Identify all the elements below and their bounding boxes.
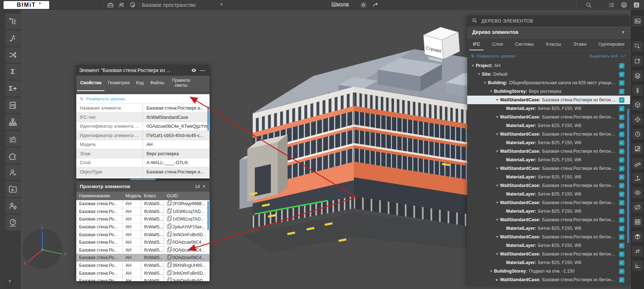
export-folder-icon[interactable] [5, 181, 20, 197]
table-row[interactable]: Базовая стена:Ро... AH IfcWallS... 0OAdz… [76, 247, 210, 254]
table-row[interactable]: Базовая стена:Ро... AH IfcWallS... 1rEW6… [76, 208, 210, 216]
select-all-link[interactable]: Выделить всё [590, 54, 618, 58]
visibility-eye-icon[interactable] [190, 67, 198, 74]
move-axes-icon[interactable] [632, 173, 643, 183]
tree-node[interactable]: MaterialLayer: Бетон B25, F150, W6 ✓ [467, 241, 630, 250]
cube-view-icon[interactable] [632, 100, 643, 110]
tree-tab[interactable]: Слои [490, 38, 505, 50]
tree-node-checkbox[interactable]: ✓ [619, 269, 624, 274]
tree-expand-arrow[interactable]: ▼ [494, 98, 500, 102]
share-icon[interactable] [371, 1, 380, 9]
solid-box-icon[interactable] [632, 231, 643, 242]
tree-node-checkbox[interactable]: ✓ [619, 80, 624, 86]
tree-node-checkbox[interactable]: ✓ [619, 200, 624, 206]
tree-node[interactable]: ▼ WallStandardCase: Базовая стена:Ростве… [467, 130, 630, 138]
tree-node-checkbox[interactable]: ✓ [619, 89, 624, 94]
focus-target-icon[interactable] [632, 114, 643, 125]
sum-icon[interactable]: Σ [5, 64, 20, 80]
account-icon[interactable] [632, 1, 641, 9]
tree-node-checkbox[interactable]: ✓ [619, 97, 624, 103]
tree-node[interactable]: MaterialLayer: Бетон B25, F150, W6 ✓ [467, 224, 630, 233]
tree-node[interactable]: MaterialLayer: Бетон B25, F150, W6 ✓ [467, 156, 630, 164]
table-row[interactable]: Базовая стена:Ро... AH IfcWallS... 3nNOm… [76, 277, 210, 281]
select-area-icon[interactable] [632, 41, 643, 52]
tree-node[interactable]: ▼ BuildingStorey: Верх ростверка ✓ [467, 87, 630, 96]
element-panel-titlebar[interactable]: Элемент "Базовая стена:Ростверк из ... — [76, 65, 210, 76]
tree-tab[interactable]: Системы [513, 38, 536, 50]
tree-expand-arrow[interactable]: ▼ [494, 167, 500, 170]
tree-expand-arrow[interactable]: ▼ [494, 115, 500, 119]
tree-node-checkbox[interactable]: ✓ [619, 132, 624, 137]
tree-node[interactable]: MaterialLayer: Бетон B25, F150, W6 ✓ [467, 190, 630, 198]
tree-expand-arrow[interactable]: ▼ [488, 269, 494, 273]
tree-node[interactable]: ▼ BuildingStorey: Подвал на отм. -2,150 … [467, 267, 630, 275]
tree-node[interactable]: ▼ WallStandardCase: Базовая стена:Ростве… [467, 113, 630, 121]
layers-icon[interactable] [632, 70, 643, 81]
settings-gear-icon[interactable] [359, 1, 368, 9]
element-panel-tab[interactable]: Правила сметы [168, 76, 195, 91]
column-name[interactable]: Наименование [76, 193, 123, 198]
tree-node[interactable]: ▼ WallStandardCase: Базовая стена:Ростве… [467, 233, 630, 241]
chevron-down-icon[interactable]: ▼ [202, 184, 206, 188]
element-tree-icon[interactable] [5, 14, 20, 29]
copy-icon[interactable] [167, 217, 171, 221]
tree-node-checkbox[interactable]: ✓ [619, 140, 624, 146]
table-row[interactable]: Базовая стена:Ро... AH IfcWallS... 39XNR… [76, 262, 210, 270]
expand-all-link[interactable]: Развернуть дерево [476, 54, 515, 58]
tree-expand-arrow[interactable]: ▼ [494, 218, 500, 222]
teams-icon[interactable] [117, 1, 126, 9]
element-panel-tab[interactable]: Свойства [77, 76, 104, 91]
tree-expand-arrow[interactable]: ▼ [494, 235, 500, 239]
tree-tab[interactable]: Классы [544, 38, 563, 50]
notifications-icon[interactable] [620, 1, 628, 9]
tree-tab[interactable]: Этажи [571, 38, 589, 50]
measure-ruler-icon[interactable] [632, 158, 643, 169]
tree-node-checkbox[interactable]: ✓ [619, 183, 624, 188]
tree-node-checkbox[interactable]: ✓ [619, 252, 624, 257]
properties-scrollbar[interactable] [207, 106, 209, 131]
tree-node-checkbox[interactable]: ✓ [619, 149, 624, 154]
compare-shuffle-icon[interactable] [5, 47, 20, 63]
copy-icon[interactable] [167, 248, 171, 252]
swap-compare-icon[interactable] [632, 246, 643, 257]
tree-tab[interactable]: Группировки [596, 38, 627, 50]
table-row[interactable]: Базовая стена:Ро... AH IfcWallS... 3nNOm… [76, 231, 210, 239]
tree-node[interactable]: ▼ WallStandardCase: Базовая стена:Ростве… [467, 164, 630, 173]
expand-tree-link[interactable]: ⇅ Развернуть дерево [76, 94, 210, 104]
tree-node-checkbox[interactable]: ✓ [619, 260, 624, 265]
tree-node[interactable]: MaterialLayer: Бетон B25, F150, W6 ✓ [467, 104, 630, 113]
tree-node[interactable]: ▼ WallStandardCase: Базовая стена:Ростве… [467, 198, 630, 207]
tree-node-checkbox[interactable]: ✓ [619, 157, 624, 163]
structure-chart-icon[interactable] [5, 114, 20, 130]
table-row[interactable]: Базовая стена:Ро... AH IfcWallS... 0OAdz… [76, 254, 210, 262]
tree-node[interactable]: ▼ WallStandardCase: Базовая стена:Ростве… [467, 216, 630, 224]
tree-node-checkbox[interactable]: ✓ [619, 115, 624, 120]
elements-view-header[interactable]: Просмотр элементов 14 ▼ [76, 181, 210, 192]
element-panel-tab[interactable]: Геометрия [104, 76, 133, 91]
user-location-icon[interactable] [5, 198, 20, 214]
column-model[interactable]: Модель [123, 193, 141, 198]
copy-icon[interactable] [167, 202, 171, 206]
tree-expand-arrow[interactable]: ▶ [494, 278, 500, 282]
copy-icon[interactable] [167, 209, 171, 214]
search-icon[interactable] [584, 1, 593, 9]
panel-menu-icon[interactable] [472, 17, 478, 25]
tree-node-checkbox[interactable]: ✓ [619, 226, 624, 231]
tree-node-checkbox[interactable]: ✓ [619, 166, 624, 171]
screenshot-icon[interactable] [632, 16, 643, 26]
copy-icon[interactable] [167, 271, 171, 275]
tree-expand-arrow[interactable]: ▼ [494, 201, 500, 204]
elements-scrollbar[interactable] [207, 201, 209, 230]
hide-eye-icon[interactable] [632, 202, 643, 213]
show-eye-icon[interactable] [632, 187, 643, 198]
grid-plan-icon[interactable] [632, 217, 643, 227]
tree-node[interactable]: MaterialLayer: Бетон B25, F150, W6 ✓ [467, 138, 630, 147]
history-clock-icon[interactable] [632, 129, 643, 140]
tree-node[interactable]: ▼ WallStandardCase: Базовая стена:Ростве… [467, 96, 630, 104]
column-guid[interactable]: GUID [164, 193, 210, 198]
tree-expand-arrow[interactable]: ▼ [482, 81, 488, 85]
tree-node[interactable]: MaterialLayer: Бетон B25, F150, W6 ✓ [467, 121, 630, 130]
tree-node[interactable]: MaterialLayer: Бетон B25, F150, W6 ✓ [467, 173, 630, 181]
table-row[interactable]: Базовая стена:Ро... AH IfcWallS... 2yduA… [76, 223, 210, 231]
2d-view-icon[interactable]: 2D [5, 97, 20, 113]
